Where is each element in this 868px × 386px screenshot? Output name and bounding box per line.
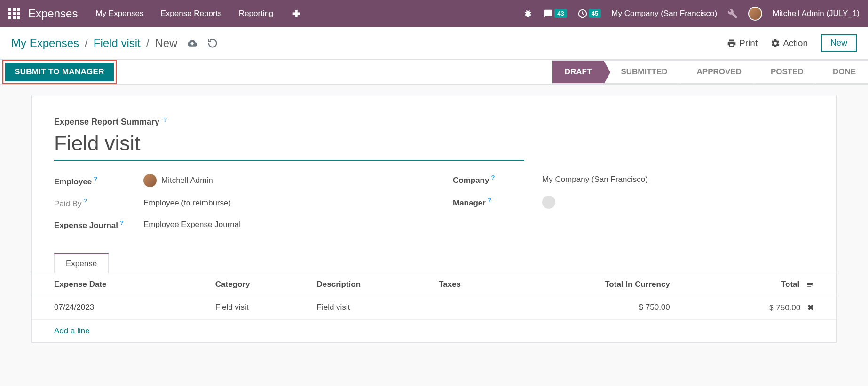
- company-selector[interactable]: My Company (San Francisco): [611, 9, 717, 18]
- user-menu[interactable]: Mitchell Admin (JULY_1): [773, 9, 860, 18]
- th-date[interactable]: Expense Date: [32, 273, 210, 296]
- new-button[interactable]: New: [821, 34, 857, 52]
- report-title-input[interactable]: [54, 130, 524, 161]
- column-options-icon[interactable]: [806, 280, 814, 289]
- user-avatar[interactable]: [748, 7, 762, 21]
- status-submitted[interactable]: SUBMITTED: [604, 60, 679, 84]
- th-taxes[interactable]: Taxes: [433, 273, 507, 296]
- add-line-button[interactable]: Add a line: [32, 320, 836, 342]
- topbar-right: 43 45 My Company (San Francisco) Mitchel…: [523, 7, 860, 21]
- status-draft[interactable]: DRAFT: [552, 60, 604, 84]
- status-posted[interactable]: POSTED: [754, 60, 816, 84]
- field-grid: Employee? Mitchell Admin Paid By? Employ…: [54, 174, 814, 230]
- activities-icon[interactable]: 45: [577, 8, 601, 19]
- tab-expense[interactable]: Expense: [54, 253, 109, 273]
- help-icon[interactable]: ?: [164, 116, 167, 123]
- cell-category: Field visit: [210, 296, 311, 319]
- highlight-frame: SUBMIT TO MANAGER: [2, 60, 117, 84]
- tabs: Expense: [54, 253, 814, 273]
- print-button[interactable]: Print: [727, 38, 758, 48]
- table-row[interactable]: 07/24/2023 Field visit Field visit $ 750…: [32, 296, 836, 319]
- cell-taxes: [433, 296, 507, 319]
- delete-row-icon[interactable]: ✖: [807, 303, 814, 312]
- status-approved[interactable]: APPROVED: [680, 60, 754, 84]
- th-category[interactable]: Category: [210, 273, 311, 296]
- field-manager: Manager?: [453, 196, 814, 209]
- crumb-sep: /: [146, 37, 150, 50]
- manager-avatar-empty: [542, 196, 555, 209]
- topbar: Expenses My Expenses Expense Reports Rep…: [0, 0, 868, 27]
- field-col-right: Company? My Company (San Francisco) Mana…: [453, 174, 814, 230]
- save-cloud-icon[interactable]: [187, 39, 198, 48]
- help-icon[interactable]: ?: [120, 219, 124, 226]
- crumb-new: New: [155, 37, 177, 50]
- submit-to-manager-button[interactable]: SUBMIT TO MANAGER: [5, 63, 114, 81]
- label-company: Company?: [453, 174, 542, 185]
- discard-icon[interactable]: [207, 38, 218, 48]
- employee-avatar: [143, 174, 157, 187]
- help-icon[interactable]: ?: [84, 197, 87, 205]
- debug-icon[interactable]: [523, 9, 533, 18]
- th-total[interactable]: Total: [676, 273, 836, 296]
- messages-badge: 43: [554, 9, 567, 18]
- content-wrap: Expense Report Summary ? Employee? Mitch…: [0, 85, 868, 353]
- field-paid-by: Paid By? Employee (to reimburse): [54, 197, 415, 209]
- summary-label: Expense Report Summary: [54, 117, 159, 126]
- value-journal[interactable]: Employee Expense Journal: [143, 220, 241, 229]
- value-company[interactable]: My Company (San Francisco): [542, 175, 648, 184]
- field-journal: Expense Journal? Employee Expense Journa…: [54, 219, 415, 230]
- summary-label-row: Expense Report Summary ?: [54, 116, 814, 127]
- crumb-field-visit[interactable]: Field visit: [94, 37, 141, 50]
- cell-description: Field visit: [311, 296, 434, 319]
- help-icon[interactable]: ?: [94, 175, 97, 182]
- app-title: Expenses: [28, 7, 78, 20]
- action-label: Action: [783, 38, 808, 48]
- nav-reporting[interactable]: Reporting: [239, 9, 274, 18]
- th-total-currency[interactable]: Total In Currency: [507, 273, 676, 296]
- status-done[interactable]: DONE: [816, 60, 868, 84]
- status-bar: DRAFT SUBMITTED APPROVED POSTED DONE: [552, 60, 868, 84]
- add-menu-icon[interactable]: ✚: [292, 8, 300, 19]
- label-paid-by: Paid By?: [54, 197, 143, 209]
- activities-badge: 45: [589, 9, 601, 18]
- field-employee: Employee? Mitchell Admin: [54, 174, 415, 187]
- apps-icon[interactable]: [8, 8, 20, 19]
- print-label: Print: [739, 38, 758, 48]
- crumb-sep: /: [85, 37, 88, 50]
- form-card: Expense Report Summary ? Employee? Mitch…: [31, 95, 837, 343]
- action-button[interactable]: Action: [771, 38, 808, 48]
- value-paid-by[interactable]: Employee (to reimburse): [143, 198, 231, 208]
- expense-table: Expense Date Category Description Taxes …: [32, 273, 836, 342]
- label-employee: Employee?: [54, 175, 143, 187]
- label-manager: Manager?: [453, 197, 542, 208]
- label-journal: Expense Journal?: [54, 219, 143, 230]
- nav-items: My Expenses Expense Reports Reporting: [95, 9, 273, 18]
- help-icon[interactable]: ?: [488, 197, 491, 204]
- subbar-right: Print Action New: [727, 34, 857, 52]
- nav-my-expenses[interactable]: My Expenses: [95, 9, 143, 18]
- cell-date: 07/24/2023: [32, 296, 210, 319]
- value-employee[interactable]: Mitchell Admin: [143, 174, 213, 187]
- subbar: My Expenses / Field visit / New Print Ac…: [0, 27, 868, 60]
- breadcrumb: My Expenses / Field visit / New: [11, 37, 177, 50]
- crumb-my-expenses[interactable]: My Expenses: [11, 37, 79, 50]
- help-icon[interactable]: ?: [491, 174, 495, 181]
- value-manager[interactable]: [542, 196, 555, 209]
- nav-expense-reports[interactable]: Expense Reports: [160, 9, 221, 18]
- field-company: Company? My Company (San Francisco): [453, 174, 814, 185]
- action-bar: SUBMIT TO MANAGER DRAFT SUBMITTED APPROV…: [0, 60, 868, 85]
- messages-icon[interactable]: 43: [543, 9, 567, 18]
- th-description[interactable]: Description: [311, 273, 434, 296]
- cell-total: $ 750.00 ✖: [676, 296, 836, 319]
- field-col-left: Employee? Mitchell Admin Paid By? Employ…: [54, 174, 415, 230]
- tools-icon[interactable]: [727, 8, 738, 19]
- cell-total-currency: $ 750.00: [507, 296, 676, 319]
